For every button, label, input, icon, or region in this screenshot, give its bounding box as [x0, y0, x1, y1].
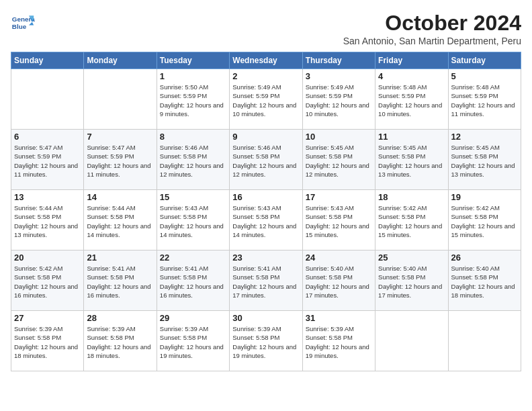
day-info: Sunrise: 5:45 AM Sunset: 5:58 PM Dayligh… — [451, 143, 518, 179]
weekday-header-wednesday: Wednesday — [230, 52, 302, 69]
day-number: 27 — [14, 313, 81, 323]
calendar-cell: 31Sunrise: 5:39 AM Sunset: 5:58 PM Dayli… — [302, 311, 375, 371]
week-row-2: 6Sunrise: 5:47 AM Sunset: 5:59 PM Daylig… — [11, 130, 521, 190]
calendar-cell — [11, 69, 84, 130]
day-number: 16 — [232, 192, 299, 202]
calendar-cell: 25Sunrise: 5:40 AM Sunset: 5:58 PM Dayli… — [375, 250, 448, 311]
weekday-header-saturday: Saturday — [448, 52, 521, 69]
day-number: 23 — [232, 253, 299, 263]
day-info: Sunrise: 5:40 AM Sunset: 5:58 PM Dayligh… — [451, 264, 518, 300]
day-info: Sunrise: 5:39 AM Sunset: 5:58 PM Dayligh… — [232, 324, 299, 360]
calendar-cell: 18Sunrise: 5:42 AM Sunset: 5:58 PM Dayli… — [375, 190, 448, 250]
day-info: Sunrise: 5:47 AM Sunset: 5:59 PM Dayligh… — [14, 143, 81, 179]
day-info: Sunrise: 5:45 AM Sunset: 5:58 PM Dayligh… — [378, 143, 445, 179]
title-block: October 2024 San Antonio, San Martin Dep… — [343, 11, 521, 46]
day-number: 11 — [378, 132, 445, 142]
calendar-cell: 22Sunrise: 5:41 AM Sunset: 5:58 PM Dayli… — [157, 250, 229, 311]
day-number: 19 — [451, 192, 518, 202]
calendar-cell: 24Sunrise: 5:40 AM Sunset: 5:58 PM Dayli… — [302, 250, 375, 311]
day-number: 4 — [378, 71, 445, 81]
calendar-cell: 20Sunrise: 5:42 AM Sunset: 5:58 PM Dayli… — [11, 250, 84, 311]
location-title: San Antonio, San Martin Department, Peru — [343, 36, 521, 46]
calendar-cell: 6Sunrise: 5:47 AM Sunset: 5:59 PM Daylig… — [11, 130, 84, 190]
calendar-cell — [448, 311, 521, 371]
calendar-cell: 13Sunrise: 5:44 AM Sunset: 5:58 PM Dayli… — [11, 190, 84, 250]
day-info: Sunrise: 5:48 AM Sunset: 5:59 PM Dayligh… — [378, 83, 445, 118]
day-number: 15 — [160, 192, 226, 202]
calendar-cell: 1Sunrise: 5:50 AM Sunset: 5:59 PM Daylig… — [157, 69, 229, 130]
day-number: 25 — [378, 253, 445, 263]
calendar-table: SundayMondayTuesdayWednesdayThursdayFrid… — [11, 52, 521, 371]
month-title: October 2024 — [343, 11, 521, 36]
day-number: 1 — [160, 71, 226, 81]
calendar-cell: 10Sunrise: 5:45 AM Sunset: 5:58 PM Dayli… — [302, 130, 375, 190]
calendar-cell: 27Sunrise: 5:39 AM Sunset: 5:58 PM Dayli… — [11, 311, 84, 371]
day-number: 3 — [306, 71, 372, 81]
calendar-cell: 11Sunrise: 5:45 AM Sunset: 5:58 PM Dayli… — [375, 130, 448, 190]
calendar-cell — [84, 69, 157, 130]
week-row-3: 13Sunrise: 5:44 AM Sunset: 5:58 PM Dayli… — [11, 190, 521, 250]
calendar-cell: 8Sunrise: 5:46 AM Sunset: 5:58 PM Daylig… — [157, 130, 229, 190]
calendar-cell: 17Sunrise: 5:43 AM Sunset: 5:58 PM Dayli… — [302, 190, 375, 250]
day-info: Sunrise: 5:44 AM Sunset: 5:58 PM Dayligh… — [14, 203, 81, 239]
calendar-cell: 9Sunrise: 5:46 AM Sunset: 5:58 PM Daylig… — [230, 130, 302, 190]
calendar-body: 1Sunrise: 5:50 AM Sunset: 5:59 PM Daylig… — [11, 69, 521, 371]
day-info: Sunrise: 5:41 AM Sunset: 5:58 PM Dayligh… — [160, 264, 226, 300]
calendar-cell: 4Sunrise: 5:48 AM Sunset: 5:59 PM Daylig… — [375, 69, 448, 130]
logo-icon: General Blue — [11, 11, 35, 35]
day-number: 10 — [306, 132, 372, 142]
day-info: Sunrise: 5:39 AM Sunset: 5:58 PM Dayligh… — [160, 324, 226, 360]
calendar-cell: 16Sunrise: 5:43 AM Sunset: 5:58 PM Dayli… — [230, 190, 302, 250]
day-number: 20 — [14, 253, 81, 263]
day-number: 31 — [306, 313, 372, 323]
calendar-cell: 30Sunrise: 5:39 AM Sunset: 5:58 PM Dayli… — [230, 311, 302, 371]
day-info: Sunrise: 5:39 AM Sunset: 5:58 PM Dayligh… — [14, 324, 81, 360]
weekday-header-tuesday: Tuesday — [157, 52, 229, 69]
day-info: Sunrise: 5:49 AM Sunset: 5:59 PM Dayligh… — [306, 83, 372, 118]
day-info: Sunrise: 5:39 AM Sunset: 5:58 PM Dayligh… — [306, 324, 372, 360]
day-info: Sunrise: 5:45 AM Sunset: 5:58 PM Dayligh… — [306, 143, 372, 179]
svg-text:Blue: Blue — [12, 23, 27, 30]
day-info: Sunrise: 5:43 AM Sunset: 5:58 PM Dayligh… — [306, 203, 372, 239]
day-number: 29 — [160, 313, 226, 323]
day-info: Sunrise: 5:46 AM Sunset: 5:58 PM Dayligh… — [160, 143, 226, 179]
week-row-1: 1Sunrise: 5:50 AM Sunset: 5:59 PM Daylig… — [11, 69, 521, 130]
calendar-cell — [375, 311, 448, 371]
day-number: 17 — [306, 192, 372, 202]
day-info: Sunrise: 5:43 AM Sunset: 5:58 PM Dayligh… — [232, 203, 299, 239]
day-number: 7 — [87, 132, 153, 142]
day-number: 6 — [14, 132, 81, 142]
calendar-cell: 26Sunrise: 5:40 AM Sunset: 5:58 PM Dayli… — [448, 250, 521, 311]
weekday-header-friday: Friday — [375, 52, 448, 69]
day-info: Sunrise: 5:40 AM Sunset: 5:58 PM Dayligh… — [378, 264, 445, 300]
day-info: Sunrise: 5:44 AM Sunset: 5:58 PM Dayligh… — [87, 203, 153, 239]
weekday-header-sunday: Sunday — [11, 52, 84, 69]
calendar-cell: 23Sunrise: 5:41 AM Sunset: 5:58 PM Dayli… — [230, 250, 302, 311]
day-info: Sunrise: 5:48 AM Sunset: 5:59 PM Dayligh… — [451, 83, 518, 118]
day-number: 5 — [451, 71, 518, 81]
day-number: 8 — [160, 132, 226, 142]
day-info: Sunrise: 5:43 AM Sunset: 5:58 PM Dayligh… — [160, 203, 226, 239]
day-info: Sunrise: 5:42 AM Sunset: 5:58 PM Dayligh… — [451, 203, 518, 239]
day-info: Sunrise: 5:47 AM Sunset: 5:59 PM Dayligh… — [87, 143, 153, 179]
calendar-cell: 29Sunrise: 5:39 AM Sunset: 5:58 PM Dayli… — [157, 311, 229, 371]
day-number: 30 — [232, 313, 299, 323]
day-info: Sunrise: 5:49 AM Sunset: 5:59 PM Dayligh… — [232, 83, 299, 118]
calendar-cell: 14Sunrise: 5:44 AM Sunset: 5:58 PM Dayli… — [84, 190, 157, 250]
calendar-cell: 28Sunrise: 5:39 AM Sunset: 5:58 PM Dayli… — [84, 311, 157, 371]
weekday-header-monday: Monday — [84, 52, 157, 69]
day-info: Sunrise: 5:41 AM Sunset: 5:58 PM Dayligh… — [87, 264, 153, 300]
logo: General Blue — [11, 11, 35, 35]
day-info: Sunrise: 5:40 AM Sunset: 5:58 PM Dayligh… — [306, 264, 372, 300]
day-number: 21 — [87, 253, 153, 263]
day-number: 28 — [87, 313, 153, 323]
day-number: 24 — [306, 253, 372, 263]
day-number: 18 — [378, 192, 445, 202]
page-header: General Blue October 2024 San Antonio, S… — [11, 11, 521, 46]
calendar-cell: 21Sunrise: 5:41 AM Sunset: 5:58 PM Dayli… — [84, 250, 157, 311]
calendar-cell: 15Sunrise: 5:43 AM Sunset: 5:58 PM Dayli… — [157, 190, 229, 250]
day-number: 26 — [451, 253, 518, 263]
day-info: Sunrise: 5:39 AM Sunset: 5:58 PM Dayligh… — [87, 324, 153, 360]
day-info: Sunrise: 5:46 AM Sunset: 5:58 PM Dayligh… — [232, 143, 299, 179]
calendar-cell: 3Sunrise: 5:49 AM Sunset: 5:59 PM Daylig… — [302, 69, 375, 130]
